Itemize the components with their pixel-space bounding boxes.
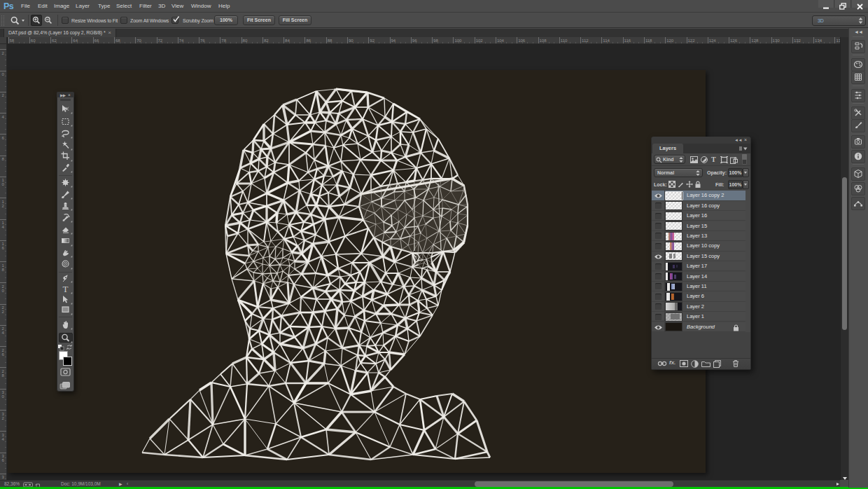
svg-text:T: T <box>63 284 69 294</box>
